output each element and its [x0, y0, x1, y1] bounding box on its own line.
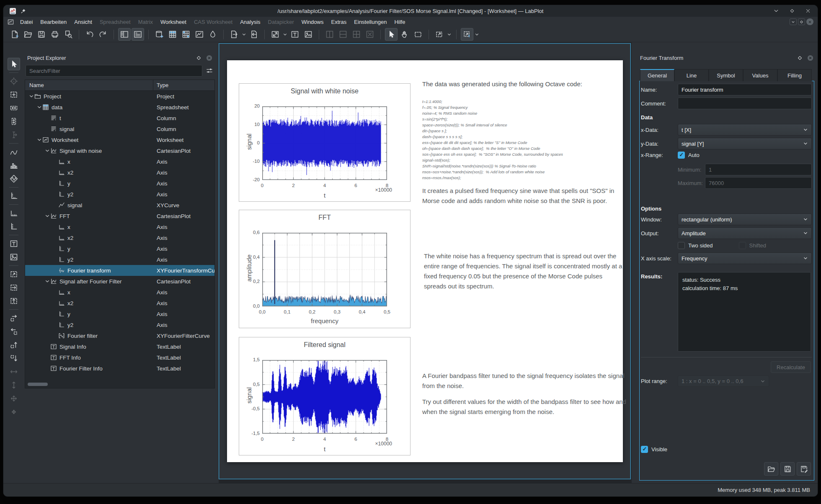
- tree-row-x2[interactable]: x2Axis: [25, 298, 214, 309]
- undo-button[interactable]: [83, 28, 96, 41]
- minimize-icon[interactable]: [773, 8, 779, 14]
- tree-row-y2[interactable]: y2Axis: [25, 319, 214, 330]
- pin-icon[interactable]: [21, 8, 26, 14]
- tree-row-signal-info[interactable]: Signal InfoTextLabel: [25, 341, 214, 352]
- plot-fft[interactable]: FFTamplitudefrequency0,60,40,20,00,00,10…: [239, 210, 410, 328]
- tree-row-fourier-transform[interactable]: Fourier transformXYFourierTransformCur: [25, 265, 214, 276]
- search-input[interactable]: Search/Filter: [26, 65, 202, 77]
- tree-row-signal-after-fourier-filter[interactable]: Signal after Fourier FilterCartesianPlot: [25, 276, 214, 287]
- magnification-button[interactable]: [433, 28, 446, 41]
- expander-icon[interactable]: [44, 213, 50, 219]
- add-xy-curve-button[interactable]: [8, 146, 20, 158]
- octave-heading[interactable]: The data was generated using the followi…: [422, 80, 627, 87]
- filter-paragraph-2[interactable]: Try out different values for the width o…: [422, 397, 628, 417]
- tree-row-signal-with-noise[interactable]: Signal with noiseCartesianPlot: [25, 145, 214, 156]
- two-sided-label[interactable]: Two sided: [688, 242, 713, 249]
- tree-row-signal[interactable]: signalColumn: [25, 123, 214, 134]
- x-axis-scale-combobox[interactable]: Frequency: [678, 252, 812, 264]
- mdi-close-icon[interactable]: [806, 18, 813, 25]
- add-image-button[interactable]: [8, 251, 20, 263]
- redo-button[interactable]: [97, 28, 109, 41]
- toggle-project-explorer-button[interactable]: [118, 28, 131, 41]
- column-header-type[interactable]: Type: [153, 82, 168, 88]
- menu-analysis[interactable]: Analysis: [236, 18, 264, 26]
- import-button[interactable]: [248, 28, 260, 41]
- new-worksheet-button[interactable]: [193, 28, 206, 41]
- navigate-mode-button[interactable]: [398, 28, 411, 41]
- auto-label[interactable]: Auto: [688, 152, 700, 158]
- add-axis-button[interactable]: [8, 190, 20, 202]
- tab-values[interactable]: Values: [743, 69, 777, 81]
- zoom-original-dropdown-icon[interactable]: [474, 28, 480, 41]
- zoom-out-button[interactable]: [8, 325, 20, 338]
- zoom-original-button[interactable]: [461, 28, 473, 41]
- expander-icon[interactable]: [36, 137, 42, 143]
- x-data-combobox[interactable]: t [X]: [678, 124, 812, 136]
- zoom-fit-dropdown-icon[interactable]: [282, 28, 288, 41]
- output-combobox[interactable]: Amplitude: [678, 227, 812, 239]
- tab-symbol[interactable]: Symbol: [709, 69, 743, 81]
- comment-input[interactable]: [678, 98, 812, 109]
- menu-worksheet[interactable]: Worksheet: [157, 18, 190, 26]
- name-input[interactable]: Fourier transform: [678, 84, 812, 95]
- expander-icon[interactable]: [44, 278, 50, 284]
- tree-row-y[interactable]: yAxis: [25, 309, 214, 319]
- zoom-fit-button[interactable]: [269, 28, 281, 41]
- menu-hilfe[interactable]: Hilfe: [390, 18, 409, 26]
- menu-windows[interactable]: Windows: [298, 18, 328, 26]
- new-project-button[interactable]: [8, 28, 21, 41]
- plot-select-mode-button[interactable]: [8, 58, 20, 70]
- expander-icon[interactable]: [44, 148, 50, 154]
- plot-signal-noise[interactable]: Signal with white noisesignalt×100002010…: [239, 83, 410, 202]
- two-sided-checkbox[interactable]: [678, 242, 685, 249]
- close-dock-icon[interactable]: [807, 55, 813, 61]
- add-vertical-axis-button[interactable]: [8, 220, 20, 233]
- new-note-button[interactable]: [207, 28, 219, 41]
- tree-row-x[interactable]: xAxis: [25, 221, 214, 232]
- add-image-button[interactable]: [302, 28, 315, 41]
- save-settings-button[interactable]: [780, 462, 795, 476]
- new-matrix-button[interactable]: [180, 28, 192, 41]
- add-text-label-button[interactable]: [8, 237, 20, 250]
- zoom-in-button[interactable]: [8, 312, 20, 324]
- filter-paragraph-1[interactable]: A Fourier bandpass filter tuned to the s…: [422, 371, 628, 391]
- tree-row-y[interactable]: yAxis: [25, 243, 214, 254]
- add-horizontal-axis-button[interactable]: [8, 207, 20, 219]
- visible-checkbox[interactable]: [641, 446, 648, 453]
- tree-row-fourier-filter[interactable]: Fourier filterXYFourierFilterCurve: [25, 330, 214, 341]
- save-settings-as-button[interactable]: [797, 462, 811, 476]
- tree-row-fourier-filter-info[interactable]: Fourier Filter InfoTextLabel: [25, 363, 214, 374]
- y-data-combobox[interactable]: signal [Y]: [678, 138, 812, 149]
- tab-general[interactable]: General: [640, 69, 674, 81]
- zoom-select-mode-button[interactable]: [412, 28, 424, 41]
- tree-row-fft[interactable]: FFTCartesianPlot: [25, 211, 214, 221]
- tree-row-data[interactable]: dataSpreadsheet: [25, 102, 214, 113]
- fft-paragraph[interactable]: The white noise has a frequency spectrum…: [424, 251, 626, 291]
- open-project-button[interactable]: [22, 28, 34, 41]
- tab-filling[interactable]: Filling: [777, 69, 812, 81]
- tab-line[interactable]: Line: [674, 69, 709, 81]
- save-project-button[interactable]: [35, 28, 48, 41]
- column-header-name[interactable]: Name: [25, 80, 153, 90]
- print-button[interactable]: [49, 28, 61, 41]
- load-settings-button[interactable]: [764, 462, 778, 476]
- select-mode-button[interactable]: [385, 28, 398, 41]
- tree-row-x2[interactable]: x2Axis: [25, 232, 214, 243]
- auto-checkbox[interactable]: [678, 152, 685, 159]
- close-icon[interactable]: [805, 8, 811, 14]
- add-fourier-curve-button[interactable]: [8, 172, 20, 185]
- octave-code[interactable]: t=1:1:4000; f=.05; % Signal frequency no…: [422, 99, 563, 181]
- tree-row-signal[interactable]: signalXYCurve: [25, 200, 214, 211]
- export-dropdown-icon[interactable]: [241, 28, 247, 41]
- close-dock-icon[interactable]: [206, 55, 212, 61]
- shift-up-button[interactable]: [8, 339, 20, 351]
- horizontal-scrollbar[interactable]: [28, 383, 48, 386]
- sos-paragraph[interactable]: It creates a pulsed fixed frequency sine…: [422, 186, 628, 206]
- window-combobox[interactable]: rectangular (uniform): [678, 213, 812, 225]
- document-menu-icon[interactable]: [8, 19, 14, 25]
- export-button[interactable]: [228, 28, 240, 41]
- auto-scale-x-button[interactable]: [8, 281, 20, 294]
- tree-row-fft-info[interactable]: FFT InfoTextLabel: [25, 352, 214, 363]
- zoom-select-x-button[interactable]: [8, 102, 20, 114]
- zoom-select-region-button[interactable]: [8, 88, 20, 101]
